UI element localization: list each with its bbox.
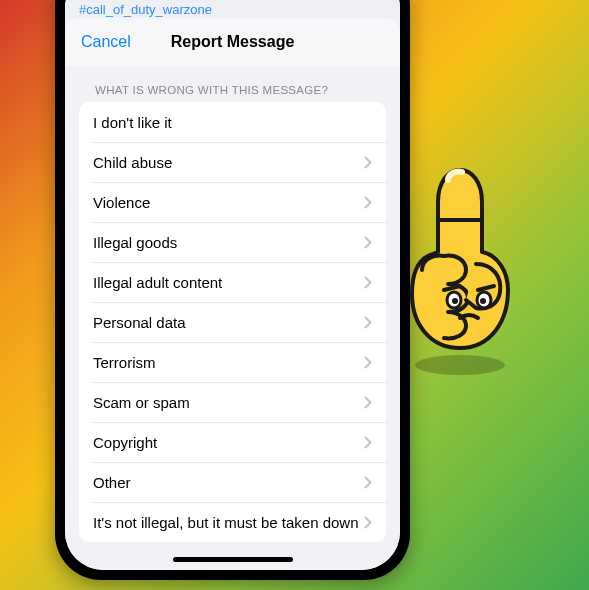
chevron-right-icon [364,156,372,169]
chevron-right-icon [364,236,372,249]
report-options-list: I don't like itChild abuseViolenceIllega… [79,102,386,542]
report-sheet: Cancel Report Message WHAT IS WRONG WITH… [65,18,400,570]
chevron-right-icon [364,356,372,369]
report-option-label: Illegal adult content [93,274,222,291]
cancel-button[interactable]: Cancel [81,18,131,66]
section-header: WHAT IS WRONG WITH THIS MESSAGE? [65,66,400,102]
sheet-header: Cancel Report Message [65,18,400,66]
pointing-hand-sticker [390,160,540,380]
chevron-right-icon [364,516,372,529]
report-option-label: Violence [93,194,150,211]
chevron-right-icon [364,436,372,449]
chevron-right-icon [364,276,372,289]
svg-point-3 [452,298,458,304]
home-indicator [173,557,293,562]
report-option-label: Other [93,474,131,491]
svg-point-2 [477,292,491,308]
report-option-row[interactable]: Terrorism [79,342,386,382]
report-option-row[interactable]: It's not illegal, but it must be taken d… [79,502,386,542]
report-option-label: Illegal goods [93,234,177,251]
report-option-label: Personal data [93,314,186,331]
report-option-row[interactable]: Violence [79,182,386,222]
report-option-row[interactable]: Copyright [79,422,386,462]
report-option-row[interactable]: I don't like it [79,102,386,142]
phone-frame: #call_of_duty_warzone Cancel Report Mess… [55,0,410,580]
report-option-label: It's not illegal, but it must be taken d… [93,514,359,531]
chevron-right-icon [364,316,372,329]
chevron-right-icon [364,196,372,209]
underlying-chat-title: #call_of_duty_warzone [79,2,212,17]
chevron-right-icon [364,396,372,409]
report-option-label: Child abuse [93,154,172,171]
report-option-row[interactable]: Personal data [79,302,386,342]
svg-point-1 [447,292,461,308]
report-option-row[interactable]: Illegal adult content [79,262,386,302]
sheet-title: Report Message [171,33,295,51]
report-option-label: I don't like it [93,114,172,131]
svg-point-0 [415,355,505,375]
report-option-row[interactable]: Illegal goods [79,222,386,262]
report-option-label: Terrorism [93,354,156,371]
report-option-row[interactable]: Other [79,462,386,502]
report-option-label: Copyright [93,434,157,451]
phone-screen: #call_of_duty_warzone Cancel Report Mess… [65,0,400,570]
report-option-row[interactable]: Child abuse [79,142,386,182]
svg-point-4 [480,298,486,304]
report-option-row[interactable]: Scam or spam [79,382,386,422]
chevron-right-icon [364,476,372,489]
report-option-label: Scam or spam [93,394,190,411]
